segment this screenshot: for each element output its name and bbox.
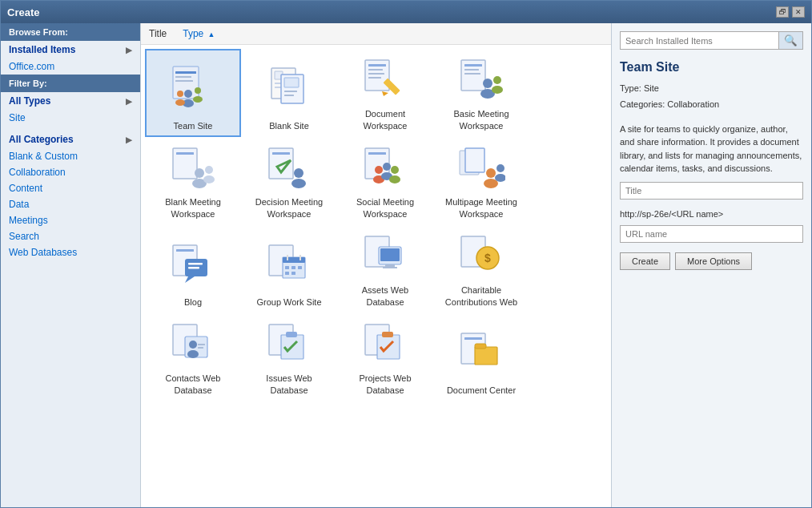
svg-rect-21 — [368, 73, 384, 75]
svg-rect-73 — [291, 272, 295, 275]
svg-point-85 — [187, 350, 199, 358]
svg-rect-45 — [368, 152, 386, 155]
grid-item-group-work[interactable]: Group Work Site — [241, 225, 337, 313]
sidebar-search[interactable]: Search — [1, 228, 140, 244]
search-button[interactable]: 🔍 — [778, 32, 802, 49]
close-button[interactable]: ✕ — [792, 6, 805, 18]
sidebar-all-categories[interactable]: All Categories ▶ — [1, 131, 140, 148]
basic-meeting-icon — [453, 54, 509, 105]
col-type[interactable]: Type ▲ — [183, 28, 215, 39]
sidebar-meetings[interactable]: Meetings — [1, 212, 140, 228]
grid-item-decision-meeting[interactable]: Decision Meeting Workspace — [241, 137, 337, 225]
grid-item-assets-web[interactable]: Assets Web Database — [337, 225, 433, 313]
grid-item-document-center[interactable]: Document Center — [433, 313, 529, 401]
blank-meeting-icon — [165, 143, 221, 193]
items-grid-wrapper[interactable]: Team Site — [141, 45, 611, 507]
grid-item-blank-meeting[interactable]: Blank Meeting Workspace — [145, 137, 241, 225]
svg-rect-76 — [380, 248, 400, 261]
svg-point-6 — [195, 87, 201, 94]
projects-web-icon — [357, 319, 413, 369]
svg-rect-19 — [368, 64, 386, 67]
svg-rect-93 — [382, 332, 393, 337]
grid-item-multipage-meeting[interactable]: Multipage Meeting Workspace — [433, 137, 529, 225]
svg-rect-96 — [475, 347, 497, 365]
multipage-meeting-label: Multipage Meeting Workspace — [439, 196, 524, 220]
blog-icon — [165, 237, 221, 293]
col-title[interactable]: Title — [149, 28, 167, 39]
type-label: Type: — [620, 83, 641, 93]
svg-rect-71 — [298, 266, 302, 269]
sidebar-office-com[interactable]: Office.com — [1, 58, 140, 75]
arrow-icon: ▶ — [126, 46, 132, 54]
contacts-web-label: Contacts Web Database — [151, 373, 235, 396]
sort-arrow-icon: ▲ — [208, 30, 215, 38]
sidebar-all-types[interactable]: All Types ▶ — [1, 92, 140, 110]
svg-point-37 — [205, 166, 213, 174]
grid-item-social-meeting[interactable]: Social Meeting Workspace — [337, 137, 433, 225]
sidebar-content[interactable]: Content — [1, 180, 140, 196]
restore-button[interactable]: 🗗 — [776, 6, 789, 18]
svg-rect-90 — [286, 332, 297, 337]
search-input[interactable] — [621, 34, 778, 48]
arrow-icon-categories: ▶ — [126, 135, 132, 144]
right-panel: 🔍 Team Site Type: Site Categories: Colla… — [611, 23, 811, 507]
grid-item-charitable[interactable]: $ Charitable Contributions Web — [433, 225, 529, 313]
svg-rect-78 — [383, 267, 397, 268]
title-input[interactable] — [620, 182, 803, 200]
svg-marker-61 — [185, 276, 195, 283]
sidebar-site[interactable]: Site — [1, 110, 140, 126]
document-center-label: Document Center — [447, 385, 516, 396]
grid-item-blog[interactable]: Blog — [145, 225, 241, 313]
basic-meeting-label: Basic Meeting Workspace — [439, 108, 524, 131]
create-window: Create 🗗 ✕ Browse From: Installed Items … — [0, 0, 812, 508]
issues-web-label: Issues Web Database — [247, 373, 332, 396]
assets-web-icon — [357, 231, 413, 281]
charitable-label: Charitable Contributions Web — [439, 284, 524, 308]
more-options-button[interactable]: More Options — [675, 252, 752, 270]
sidebar-collaboration[interactable]: Collaboration — [1, 164, 140, 180]
categories-label: Categories: — [620, 99, 665, 109]
svg-point-84 — [189, 341, 197, 349]
svg-rect-28 — [464, 73, 480, 75]
decision-meeting-icon — [261, 143, 317, 193]
svg-rect-72 — [285, 272, 289, 275]
blank-meeting-label: Blank Meeting Workspace — [151, 196, 235, 220]
svg-rect-20 — [368, 69, 383, 71]
create-button[interactable]: Create — [620, 252, 670, 270]
sidebar-installed-items[interactable]: Installed Items ▶ — [1, 41, 140, 58]
main-content: Browse From: Installed Items ▶ Office.co… — [1, 23, 811, 507]
browse-from-header: Browse From: — [1, 23, 140, 41]
svg-rect-59 — [176, 249, 194, 252]
sidebar-web-databases[interactable]: Web Databases — [1, 244, 140, 260]
grid-item-contacts-web[interactable]: Contacts Web Database — [145, 313, 241, 401]
url-input[interactable] — [620, 225, 803, 243]
svg-rect-95 — [464, 337, 482, 340]
svg-point-35 — [195, 168, 204, 178]
detail-meta: Type: Site Categories: Collaboration — [620, 81, 803, 113]
sidebar-data[interactable]: Data — [1, 196, 140, 212]
items-grid: Team Site — [141, 45, 611, 405]
grid-item-issues-web[interactable]: Issues Web Database — [241, 313, 337, 401]
svg-rect-34 — [176, 152, 194, 155]
grid-item-team-site[interactable]: Team Site — [145, 49, 241, 137]
grid-item-projects-web[interactable]: Projects Web Database — [337, 313, 433, 401]
categories-value: Collaboration — [667, 99, 719, 109]
social-meeting-icon — [357, 143, 413, 193]
svg-rect-22 — [368, 77, 381, 79]
grid-item-basic-meeting[interactable]: Basic Meeting Workspace — [433, 49, 529, 137]
svg-text:$: $ — [484, 252, 491, 264]
center-content: Title Type ▲ — [141, 23, 611, 507]
svg-rect-26 — [464, 64, 482, 67]
svg-rect-17 — [284, 95, 294, 96]
detail-description: A site for teams to quickly organize, au… — [620, 123, 803, 175]
document-workspace-icon — [357, 54, 413, 105]
sidebar-blank-custom[interactable]: Blank & Custom — [1, 148, 140, 164]
document-workspace-label: Document Workspace — [343, 108, 428, 131]
grid-item-blank-site[interactable]: Blank Site — [241, 49, 337, 137]
svg-rect-97 — [475, 344, 486, 349]
svg-point-46 — [375, 166, 383, 174]
search-bar: 🔍 — [620, 31, 803, 50]
svg-point-38 — [203, 175, 215, 183]
grid-item-document-workspace[interactable]: Document Workspace — [337, 49, 433, 137]
team-site-icon — [165, 61, 221, 117]
